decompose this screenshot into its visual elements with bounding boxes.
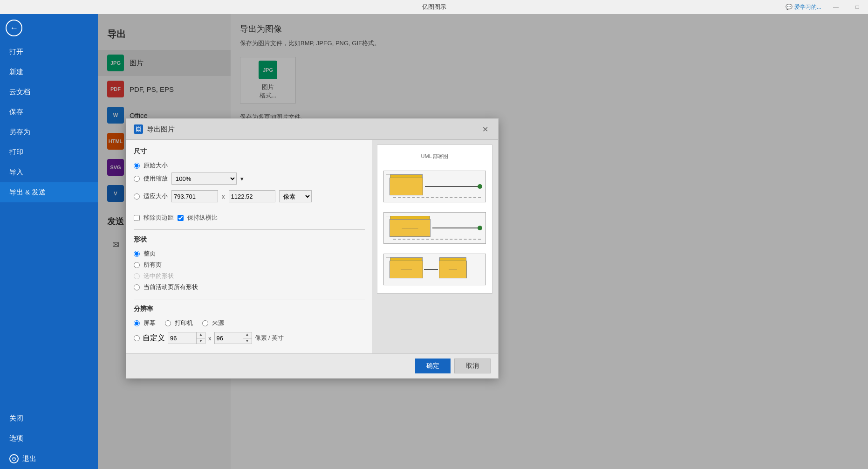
uml-connector-2 <box>432 228 480 228</box>
custom-x-down[interactable]: ▼ <box>197 338 205 345</box>
uml-block-1: —————————— <box>383 171 486 202</box>
user-area[interactable]: 💬 爱学习的... <box>786 0 821 14</box>
source-radio[interactable] <box>202 320 208 326</box>
sidebar-item-saveas[interactable]: 另存为 <box>0 122 98 142</box>
sidebar-open-label: 打开 <box>9 48 23 56</box>
custom-y-up[interactable]: ▲ <box>243 332 252 338</box>
sidebar-options-label: 选项 <box>9 434 23 443</box>
adapt-size-row: 适应大小 x 像素 <box>134 190 365 202</box>
all-pages-radio[interactable] <box>134 262 140 268</box>
sidebar-item-open[interactable]: 打开 <box>0 42 98 62</box>
custom-y-down[interactable]: ▼ <box>243 338 252 345</box>
custom-y-input[interactable] <box>215 332 243 344</box>
custom-label: 自定义 <box>143 333 165 343</box>
sidebar-close-label: 关闭 <box>9 414 23 423</box>
dialog-title: 导出图片 <box>147 125 476 134</box>
dialog-footer: 确定 取消 <box>126 353 498 378</box>
sidebar-exit-label: 退出 <box>22 455 36 463</box>
sidebar-item-options[interactable]: 选项 <box>0 428 98 448</box>
current-page-shapes-radio[interactable] <box>134 284 140 290</box>
all-pages-label: 所有页 <box>144 261 162 269</box>
dialog-preview: UML 部署图 —————————— ——————— <box>372 140 498 353</box>
maximize-button[interactable]: □ <box>847 0 868 14</box>
selected-shapes-label: 选中的形状 <box>144 272 174 280</box>
shape-radio-group: 整页 所有页 选中的形状 当前活动页所有形状 <box>134 249 365 291</box>
dialog-close-button[interactable]: ✕ <box>479 124 491 135</box>
back-icon: ← <box>6 20 22 36</box>
custom-x-up[interactable]: ▲ <box>197 332 205 338</box>
shape-section-title: 形状 <box>134 235 365 244</box>
sidebar-item-new[interactable]: 新建 <box>0 62 98 82</box>
printer-radio[interactable] <box>165 320 171 326</box>
whole-page-label: 整页 <box>144 249 156 258</box>
use-scale-radio[interactable] <box>134 176 140 182</box>
minimize-button[interactable]: — <box>825 0 847 14</box>
exit-icon: ⊖ <box>9 454 19 463</box>
sidebar-item-export[interactable]: 导出 & 发送 <box>0 182 98 202</box>
username: 爱学习的... <box>794 3 821 11</box>
use-scale-row: 使用缩放 100% ▾ <box>134 172 365 185</box>
sidebar-item-print[interactable]: 打印 <box>0 142 98 162</box>
adapt-size-radio[interactable] <box>134 193 140 200</box>
custom-y-spinner: ▲ ▼ <box>214 332 252 344</box>
printer-label: 打印机 <box>175 319 193 327</box>
all-pages-row: 所有页 <box>134 261 365 269</box>
sidebar-item-cloud[interactable]: 云文档 <box>0 82 98 102</box>
uml-block-2: —————————— ————— <box>383 212 486 244</box>
sidebar-item-import[interactable]: 导入 <box>0 162 98 182</box>
sidebar: ← 打开 新建 云文档 保存 另存为 打印 导入 导出 & 发送 关闭 选项 ⊖… <box>0 14 98 469</box>
sidebar-cloud-label: 云文档 <box>9 88 30 97</box>
selected-shapes-radio[interactable] <box>134 273 140 279</box>
sidebar-item-save[interactable]: 保存 <box>0 102 98 122</box>
sidebar-saveas-label: 另存为 <box>9 128 30 137</box>
sidebar-item-close[interactable]: 关闭 <box>0 408 98 428</box>
unit-select[interactable]: 像素 <box>279 190 312 202</box>
whole-page-radio[interactable] <box>134 251 140 257</box>
custom-xy-separator: x <box>208 335 212 342</box>
preview-canvas: UML 部署图 —————————— ——————— <box>377 145 492 294</box>
size-section-title: 尺寸 <box>134 147 365 156</box>
sidebar-print-label: 打印 <box>9 148 23 157</box>
dialog-body: 尺寸 原始大小 使用缩放 100% ▾ <box>126 140 498 353</box>
original-size-radio[interactable] <box>134 163 140 169</box>
keep-ratio-checkbox[interactable] <box>178 215 184 221</box>
selected-shapes-row: 选中的形状 <box>134 272 365 280</box>
original-size-row: 原始大小 <box>134 161 365 170</box>
app-title: 亿图图示 <box>422 3 446 11</box>
sidebar-import-label: 导入 <box>9 168 23 177</box>
cancel-button[interactable]: 取消 <box>454 359 491 373</box>
sidebar-save-label: 保存 <box>9 108 23 117</box>
sidebar-item-exit[interactable]: ⊖ 退出 <box>0 448 98 469</box>
uml-connector-1 <box>425 186 480 187</box>
scale-select[interactable]: 100% <box>171 172 237 185</box>
source-row: 来源 <box>202 319 224 327</box>
custom-radio[interactable] <box>134 335 140 341</box>
screen-radio[interactable] <box>134 320 140 326</box>
resolution-section-title: 分辨率 <box>134 305 365 313</box>
scale-dropdown-icon: ▾ <box>240 175 244 182</box>
preview-title: UML 部署图 <box>421 153 449 160</box>
current-page-shapes-row: 当前活动页所有形状 <box>134 283 365 291</box>
adapt-height-input[interactable] <box>229 190 275 202</box>
titlebar: 亿图图示 💬 爱学习的... — □ <box>0 0 868 14</box>
sidebar-new-label: 新建 <box>9 68 23 76</box>
uml-block-3: —————————— ———— ——— <box>383 254 486 285</box>
custom-x-input[interactable] <box>168 332 196 344</box>
adapt-x-separator: x <box>222 193 225 200</box>
margin-ratio-row: 移除页边距 保持纵横比 <box>134 214 365 222</box>
remove-margin-checkbox[interactable] <box>134 215 140 221</box>
adapt-width-input[interactable] <box>171 190 218 202</box>
back-button[interactable]: ← <box>0 14 28 42</box>
confirm-button[interactable]: 确定 <box>415 359 451 373</box>
titlebar-controls: — □ <box>825 0 868 14</box>
remove-margin-label: 移除页边距 <box>144 214 174 222</box>
whole-page-row: 整页 <box>134 249 365 258</box>
printer-row: 打印机 <box>165 319 193 327</box>
size-radio-group: 原始大小 使用缩放 100% ▾ 适应大小 x <box>134 161 365 206</box>
dialog-overlay: 🖼 导出图片 ✕ 尺寸 原始大小 使用缩放 <box>98 14 868 469</box>
resolution-row: 屏幕 打印机 来源 <box>134 319 365 327</box>
source-label: 来源 <box>212 319 224 327</box>
dialog-settings: 尺寸 原始大小 使用缩放 100% ▾ <box>126 140 372 353</box>
custom-row: 自定义 ▲ ▼ x ▲ ▼ <box>134 332 365 344</box>
uml-box-3a: ———— <box>390 261 423 278</box>
